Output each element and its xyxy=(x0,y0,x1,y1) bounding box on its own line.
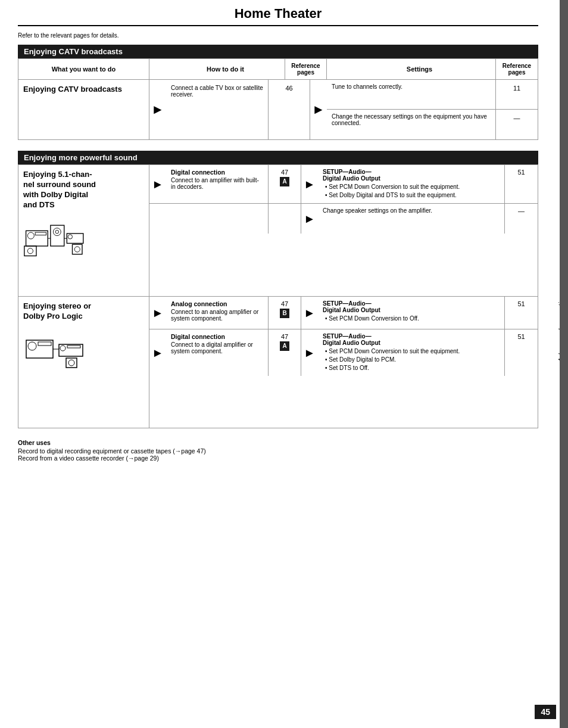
intro-text: Refer to the relevant pages for details. xyxy=(18,32,538,39)
device-illustration-2 xyxy=(23,325,89,370)
sound-what-1: Enjoying 5.1-chan-nel surround soundwith… xyxy=(18,165,149,296)
sound-ref-mid-1b xyxy=(269,204,301,234)
sound-arrow-2b: ► xyxy=(149,329,166,376)
sound-arrow-right-1a: ► xyxy=(301,165,318,203)
sound-section-header: Enjoying more powerful sound xyxy=(18,151,538,164)
sound-row-2: Enjoying stereo orDolby Pro Logic xyxy=(18,297,538,428)
catv-arrow-2: ► xyxy=(310,80,327,139)
catv-settings-text-2: Change the necessary settings on the equ… xyxy=(327,110,496,139)
sound-row-1: Enjoying 5.1-chan-nel surround soundwith… xyxy=(18,165,538,297)
sound-how-content-1b xyxy=(166,204,269,234)
catv-what-title: Enjoying CATV broadcasts xyxy=(23,85,122,94)
sound-how-bold-2a: Analog connection xyxy=(171,300,263,307)
catv-section-header: Enjoying CATV broadcasts xyxy=(18,45,538,58)
page-number: 45 xyxy=(535,705,556,719)
sound-settings-bullet-1a-1: Set PCM Down Conversion to suit the equi… xyxy=(325,183,500,191)
sound-how-text-2a: Connect to an analog amplifier or system… xyxy=(171,309,263,322)
catv-ref-cell: 46 xyxy=(269,80,310,139)
sound-settings-bold-2a: SETUP—Audio—Digital Audio Output xyxy=(323,300,500,313)
sound-how-col-1: ► Digital connection Connect to an ampli… xyxy=(149,165,538,296)
catv-settings-text-1: Tune to channels correctly. xyxy=(327,80,496,109)
catv-table-row: Enjoying CATV broadcasts ► Connect a cab… xyxy=(18,80,538,139)
sound-settings-1b: Change speaker settings on the amplifier… xyxy=(318,204,505,234)
sound-settings-bullet-2b-3: Set DTS to Off. xyxy=(325,364,500,372)
sound-settings-text-1b: Change speaker settings on the amplifier… xyxy=(323,207,500,214)
sound-ref-right-1a: 51 xyxy=(505,165,538,203)
catv-settings-ref-1: 11 xyxy=(496,80,538,109)
sound-settings-2b: SETUP—Audio—Digital Audio Output Set PCM… xyxy=(318,329,505,376)
sound-how-bold-1a: Digital connection xyxy=(171,169,263,176)
sound-how-bold-2b: Digital connection xyxy=(171,333,263,340)
sound-what-title-2: Enjoying stereo orDolby Pro Logic xyxy=(23,301,144,322)
catv-how-text: Connect a cable TV box or satellite rece… xyxy=(171,85,263,98)
svg-point-11 xyxy=(74,246,80,251)
side-bar xyxy=(560,0,568,728)
sound-badge-1a: A xyxy=(280,177,289,186)
other-uses: Other uses Record to digital recording e… xyxy=(18,439,538,462)
sound-settings-bullet-2b-2: Set Dolby Digital to PCM. xyxy=(325,356,500,364)
svg-rect-7 xyxy=(68,234,72,238)
svg-rect-2 xyxy=(35,232,46,235)
svg-rect-17 xyxy=(59,344,83,356)
sound-ref-right-2b: 51 xyxy=(505,329,538,376)
svg-point-13 xyxy=(27,248,33,253)
catv-what-cell: Enjoying CATV broadcasts xyxy=(18,80,149,139)
catv-settings-col: Tune to channels correctly. 11 Change th… xyxy=(327,80,538,139)
catv-how-cell: Connect a cable TV box or satellite rece… xyxy=(166,80,269,139)
sound-ref-mid-2b: 47 A xyxy=(269,329,301,376)
sound-settings-bullet-2b-1: Set PCM Down Conversion to suit the equi… xyxy=(325,347,500,356)
svg-rect-16 xyxy=(38,342,51,346)
other-uses-line-2: Record from a video cassette recorder (→… xyxy=(18,455,538,462)
sound-how-content-2a: Analog connection Connect to an analog a… xyxy=(166,297,269,329)
svg-point-5 xyxy=(55,230,59,234)
sound-ref-mid-1a: 47 A xyxy=(269,165,301,203)
sound-ref-mid-2a: 47 B xyxy=(269,297,301,329)
other-uses-title: Other uses xyxy=(18,439,538,446)
sound-badge-2b: A xyxy=(280,341,289,351)
svg-rect-18 xyxy=(60,346,65,351)
sound-settings-1a: SETUP—Audio—Digital Audio Output Set PCM… xyxy=(318,165,505,203)
sound-badge-2a: B xyxy=(280,309,289,318)
sound-ref-right-1b: — xyxy=(505,204,538,234)
sound-ref-num-2b: 47 xyxy=(281,333,288,340)
sound-how-content-1a: Digital connection Connect to an amplifi… xyxy=(166,165,269,203)
col-header-ref: Reference pages xyxy=(285,59,327,79)
sound-sub-row-1b: ► Change speaker settings on the amplifi… xyxy=(149,204,538,234)
sound-ref-num-1a: 47 xyxy=(281,169,288,176)
catv-table-header: What you want to do How to do it Referen… xyxy=(18,59,538,80)
sound-arrow-1a: ► xyxy=(149,165,166,203)
catv-settings-sub-1: Tune to channels correctly. 11 xyxy=(327,80,538,110)
device-illustration-1 xyxy=(23,214,89,259)
svg-rect-21 xyxy=(66,358,77,368)
sound-arrow-right-2b: ► xyxy=(301,329,318,376)
svg-rect-10 xyxy=(73,244,83,254)
svg-rect-19 xyxy=(67,346,80,348)
sound-arrow-right-2a: ► xyxy=(301,297,318,329)
catv-ref-value: 46 xyxy=(285,85,292,92)
sound-settings-bold-2b: SETUP—Audio—Digital Audio Output xyxy=(323,333,500,346)
sound-how-text-1a: Connect to an amplifier with built-in de… xyxy=(171,177,263,190)
sound-sub-row-2b: ► Digital connection Connect to a digita… xyxy=(149,329,538,376)
catv-table: What you want to do How to do it Referen… xyxy=(18,58,538,140)
catv-settings-ref-2: — xyxy=(496,110,538,139)
sound-settings-2a: SETUP—Audio—Digital Audio Output Set PCM… xyxy=(318,297,505,329)
sound-what-title-1: Enjoying 5.1-chan-nel surround soundwith… xyxy=(23,170,144,210)
sound-settings-bullet-2a-1: Set PCM Down Conversion to Off. xyxy=(325,315,500,323)
sound-settings-bullet-1a-2: Set Dolby Digital and DTS to suit the eq… xyxy=(325,191,500,200)
page-code: RQT6636 xyxy=(534,720,555,725)
col-header-how: How to do it xyxy=(166,59,285,79)
svg-rect-1 xyxy=(27,232,34,239)
sound-section: Enjoying more powerful sound Enjoying 5.… xyxy=(18,151,538,428)
sound-table: Enjoying 5.1-chan-nel surround soundwith… xyxy=(18,164,538,428)
svg-point-4 xyxy=(53,228,61,235)
sound-sub-row-1a: ► Digital connection Connect to an ampli… xyxy=(149,165,538,204)
sound-arrow-1b xyxy=(149,204,166,234)
col-header-ref2: Reference pages xyxy=(496,59,538,79)
sound-arrow-2a: ► xyxy=(149,297,166,329)
sound-how-col-2: ► Analog connection Connect to an analog… xyxy=(149,297,538,428)
sound-settings-bold-1a: SETUP—Audio—Digital Audio Output xyxy=(323,169,500,182)
catv-settings-sub-2: Change the necessary settings on the equ… xyxy=(327,110,538,139)
catv-arrow-1: ► xyxy=(149,80,166,139)
svg-rect-14 xyxy=(26,340,53,358)
sound-how-content-2b: Digital connection Connect to a digital … xyxy=(166,329,269,376)
